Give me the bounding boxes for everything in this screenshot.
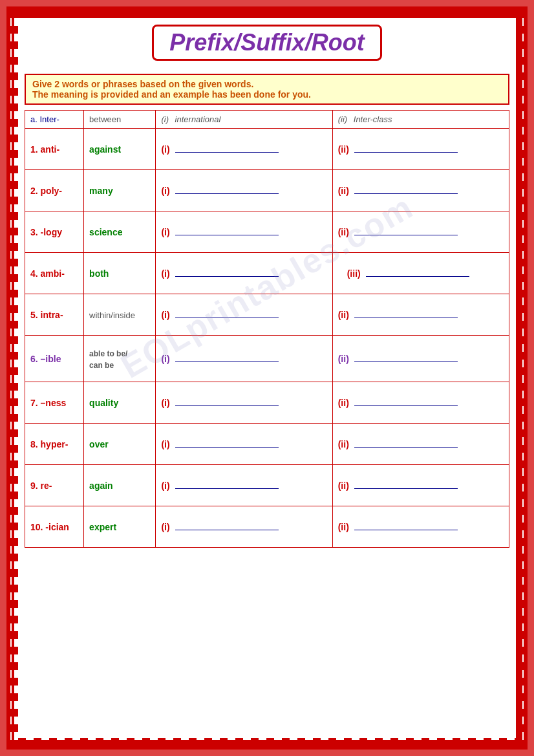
answer-iii-cell-4: (iii) (332, 253, 509, 294)
row10-ii-label: (ii) (338, 522, 349, 532)
example-ii-value: Inter-class (354, 114, 392, 124)
row6-i-label: (i) (161, 354, 169, 364)
row5-prefix: 5. intra- (30, 310, 63, 320)
row5-ii-label: (ii) (338, 310, 349, 320)
example-ii-cell: (ii) Inter-class (332, 111, 509, 129)
answer-i-cell-6: (i) (156, 336, 332, 382)
row8-i-label: (i) (161, 439, 169, 449)
row9-prefix: 9. re- (30, 481, 52, 491)
row4-i-label: (i) (161, 268, 169, 279)
answer-ii-cell-1: (ii) (332, 129, 509, 170)
example-i-value: international (175, 114, 221, 124)
answer-i-cell-10: (i) (156, 506, 332, 548)
meaning-cell-5: within/inside (84, 294, 156, 336)
row7-i-label: (i) (161, 398, 169, 408)
row7-prefix: 7. –ness (30, 398, 66, 408)
row10-meaning: expert (89, 522, 116, 532)
prefix-cell-1: 1. anti- (25, 129, 84, 170)
row1-prefix: 1. anti- (30, 144, 59, 155)
answer-ii-cell-5: (ii) (332, 294, 509, 336)
row5-i-label: (i) (161, 310, 169, 320)
row8-meaning: over (89, 439, 109, 449)
example-i-cell: (i) international (156, 111, 332, 129)
prefix-cell-8: 8. hyper- (25, 424, 84, 465)
example-row: a. Inter- between (i) international (ii)… (25, 111, 509, 129)
example-i-label: (i) (161, 114, 169, 124)
row2-meaning: many (89, 186, 113, 196)
row1-ii-label: (ii) (338, 144, 349, 155)
row7-meaning: quality (89, 398, 118, 408)
answer-i-cell-9: (i) (156, 465, 332, 506)
meaning-cell-2: many (84, 170, 156, 211)
row1-i-label: (i) (161, 144, 169, 155)
row9-ii-label: (ii) (338, 481, 349, 491)
meaning-cell-10: expert (84, 506, 156, 548)
title-box: Prefix/Suffix/Root (152, 25, 381, 61)
row4-prefix: 4. ambi- (30, 268, 65, 279)
meaning-cell-7: quality (84, 382, 156, 424)
answer-i-cell-2: (i) (156, 170, 332, 211)
answer-ii-cell-6: (ii) (332, 336, 509, 382)
meaning-cell-6: able to be/can be (84, 336, 156, 382)
answer-i-cell-4: (i) (156, 253, 332, 294)
answer-i-cell-1: (i) (156, 129, 332, 170)
example-meaning: between (89, 114, 121, 124)
table-row: 5. intra- within/inside (i) (ii) (25, 294, 509, 336)
table-row: 9. re- again (i) (ii) (25, 465, 509, 506)
main-table: a. Inter- between (i) international (ii)… (25, 110, 509, 548)
row10-i-label: (i) (161, 522, 169, 532)
page: EOLprintables.com Prefix/Suffix/Root Giv… (6, 6, 528, 750)
row8-prefix: 8. hyper- (30, 439, 68, 449)
table-row: 7. –ness quality (i) (ii) (25, 382, 509, 424)
table-row: 8. hyper- over (i) (ii) (25, 424, 509, 465)
answer-ii-cell-7: (ii) (332, 382, 509, 424)
example-prefix-cell: a. Inter- (25, 111, 84, 129)
row10-prefix: 10. -ician (30, 522, 69, 532)
table-row: 10. -ician expert (i) (ii) (25, 506, 509, 548)
row4-ii-label: (iii) (347, 268, 361, 279)
table-row: 6. –ible able to be/can be (i) (ii) (25, 336, 509, 382)
row7-ii-label: (ii) (338, 398, 349, 408)
instruction-line1: Give 2 words or phrases based on the giv… (32, 79, 502, 89)
prefix-cell-6: 6. –ible (25, 336, 84, 382)
row6-meaning: able to be/can be (89, 349, 127, 370)
row6-ii-label: (ii) (338, 354, 349, 364)
row9-meaning: again (89, 481, 113, 491)
row3-ii-label: (ii) (338, 227, 349, 237)
prefix-cell-3: 3. -logy (25, 211, 84, 253)
row1-meaning: against (89, 144, 121, 155)
answer-ii-cell-8: (ii) (332, 424, 509, 465)
meaning-cell-1: against (84, 129, 156, 170)
prefix-cell-7: 7. –ness (25, 382, 84, 424)
row9-i-label: (i) (161, 481, 169, 491)
answer-ii-cell-10: (ii) (332, 506, 509, 548)
prefix-cell-9: 9. re- (25, 465, 84, 506)
row4-meaning: both (89, 268, 109, 279)
meaning-cell-9: again (84, 465, 156, 506)
example-meaning-cell: between (84, 111, 156, 129)
answer-ii-cell-9: (ii) (332, 465, 509, 506)
page-title: Prefix/Suffix/Root (169, 29, 364, 56)
table-row: 4. ambi- both (i) (iii) (25, 253, 509, 294)
answer-i-cell-8: (i) (156, 424, 332, 465)
example-ii-label: (ii) (338, 114, 347, 124)
instruction-line2: The meaning is provided and an example h… (32, 89, 502, 100)
prefix-cell-10: 10. -ician (25, 506, 84, 548)
answer-i-cell-3: (i) (156, 211, 332, 253)
answer-ii-cell-3: (ii) (332, 211, 509, 253)
row2-i-label: (i) (161, 186, 169, 196)
table-row: 1. anti- against (i) (ii) (25, 129, 509, 170)
meaning-cell-3: science (84, 211, 156, 253)
example-prefix-label: a. Inter- (30, 114, 59, 124)
prefix-cell-2: 2. poly- (25, 170, 84, 211)
meaning-cell-4: both (84, 253, 156, 294)
row5-meaning: within/inside (89, 310, 135, 320)
row2-ii-label: (ii) (338, 186, 349, 196)
row3-prefix: 3. -logy (30, 227, 62, 237)
answer-i-cell-5: (i) (156, 294, 332, 336)
row2-prefix: 2. poly- (30, 186, 62, 196)
row6-prefix: 6. –ible (30, 354, 61, 364)
prefix-cell-4: 4. ambi- (25, 253, 84, 294)
row3-meaning: science (89, 227, 122, 237)
prefix-cell-5: 5. intra- (25, 294, 84, 336)
